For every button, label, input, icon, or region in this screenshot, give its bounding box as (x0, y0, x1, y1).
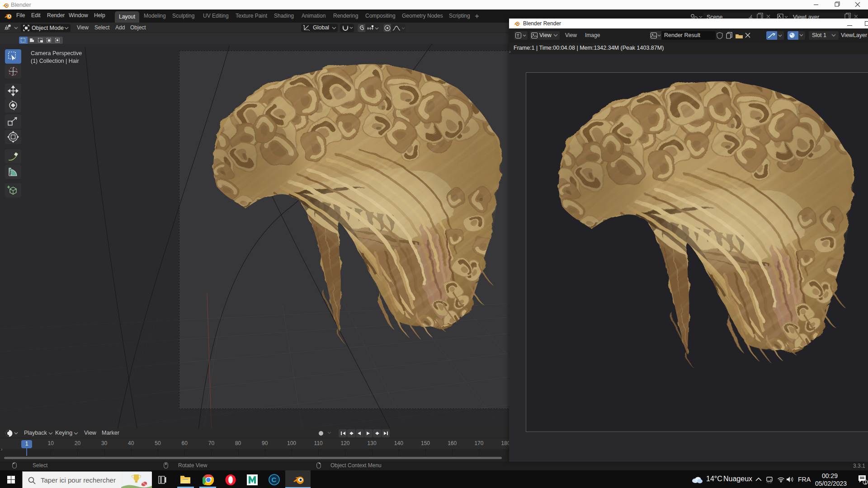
svg-text:C: C (272, 476, 277, 483)
svg-text:T: T (517, 33, 519, 38)
svg-text:1: 1 (864, 480, 867, 485)
